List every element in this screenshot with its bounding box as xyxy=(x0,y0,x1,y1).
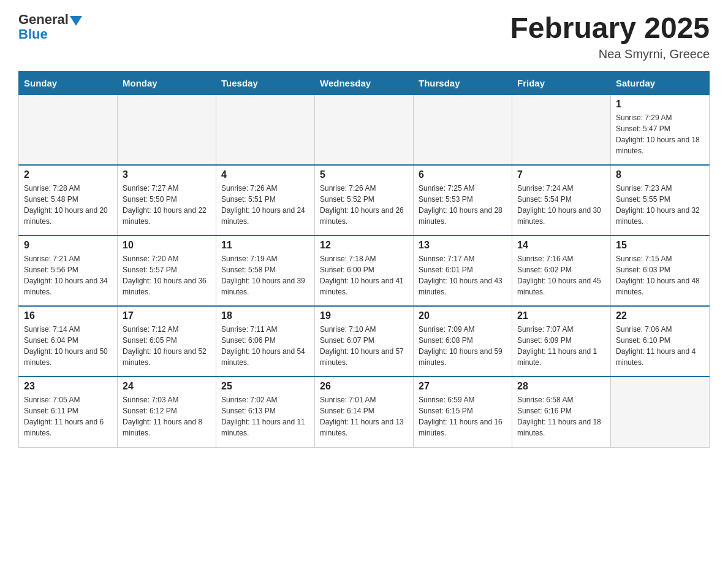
day-number: 6 xyxy=(419,169,507,180)
day-info: Sunrise: 7:25 AMSunset: 5:53 PMDaylight:… xyxy=(419,183,507,227)
day-info: Sunrise: 7:07 AMSunset: 6:09 PMDaylight:… xyxy=(517,324,605,368)
table-row: 15Sunrise: 7:15 AMSunset: 6:03 PMDayligh… xyxy=(611,236,710,306)
calendar-header-row: Sunday Monday Tuesday Wednesday Thursday… xyxy=(19,71,710,94)
table-row: 13Sunrise: 7:17 AMSunset: 6:01 PMDayligh… xyxy=(414,236,512,306)
day-number: 5 xyxy=(320,169,408,180)
logo-text-general: General xyxy=(18,12,69,27)
col-friday: Friday xyxy=(512,71,611,94)
day-number: 16 xyxy=(24,310,112,321)
calendar-week-row: 16Sunrise: 7:14 AMSunset: 6:04 PMDayligh… xyxy=(19,306,710,377)
table-row: 20Sunrise: 7:09 AMSunset: 6:08 PMDayligh… xyxy=(414,306,512,377)
day-number: 18 xyxy=(221,310,309,321)
table-row: 2Sunrise: 7:28 AMSunset: 5:48 PMDaylight… xyxy=(19,165,118,236)
day-info: Sunrise: 7:15 AMSunset: 6:03 PMDaylight:… xyxy=(616,253,704,297)
table-row: 6Sunrise: 7:25 AMSunset: 5:53 PMDaylight… xyxy=(414,165,512,236)
day-info: Sunrise: 7:16 AMSunset: 6:02 PMDaylight:… xyxy=(517,253,605,297)
col-monday: Monday xyxy=(118,71,216,94)
table-row: 5Sunrise: 7:26 AMSunset: 5:52 PMDaylight… xyxy=(315,165,414,236)
table-row: 9Sunrise: 7:21 AMSunset: 5:56 PMDaylight… xyxy=(19,236,118,306)
location-label: Nea Smyrni, Greece xyxy=(510,47,710,61)
day-number: 25 xyxy=(221,381,309,392)
table-row: 4Sunrise: 7:26 AMSunset: 5:51 PMDaylight… xyxy=(216,165,315,236)
day-info: Sunrise: 7:12 AMSunset: 6:05 PMDaylight:… xyxy=(123,324,211,368)
table-row: 3Sunrise: 7:27 AMSunset: 5:50 PMDaylight… xyxy=(118,165,216,236)
day-info: Sunrise: 7:19 AMSunset: 5:58 PMDaylight:… xyxy=(221,253,309,297)
col-thursday: Thursday xyxy=(414,71,512,94)
calendar-week-row: 2Sunrise: 7:28 AMSunset: 5:48 PMDaylight… xyxy=(19,165,710,236)
day-number: 11 xyxy=(221,240,309,251)
table-row: 27Sunrise: 6:59 AMSunset: 6:15 PMDayligh… xyxy=(414,377,512,447)
day-number: 28 xyxy=(517,381,605,392)
day-number: 21 xyxy=(517,310,605,321)
day-info: Sunrise: 6:58 AMSunset: 6:16 PMDaylight:… xyxy=(517,394,605,439)
day-number: 3 xyxy=(123,169,211,180)
day-info: Sunrise: 7:20 AMSunset: 5:57 PMDaylight:… xyxy=(123,253,211,297)
day-info: Sunrise: 7:27 AMSunset: 5:50 PMDaylight:… xyxy=(123,183,211,227)
day-info: Sunrise: 7:05 AMSunset: 6:11 PMDaylight:… xyxy=(24,394,112,439)
logo-triangle-icon xyxy=(70,16,82,26)
table-row xyxy=(414,94,512,165)
table-row xyxy=(512,94,611,165)
table-row: 25Sunrise: 7:02 AMSunset: 6:13 PMDayligh… xyxy=(216,377,315,447)
table-row: 24Sunrise: 7:03 AMSunset: 6:12 PMDayligh… xyxy=(118,377,216,447)
day-info: Sunrise: 7:14 AMSunset: 6:04 PMDaylight:… xyxy=(24,324,112,368)
table-row: 16Sunrise: 7:14 AMSunset: 6:04 PMDayligh… xyxy=(19,306,118,377)
day-info: Sunrise: 7:18 AMSunset: 6:00 PMDaylight:… xyxy=(320,253,408,297)
day-info: Sunrise: 7:01 AMSunset: 6:14 PMDaylight:… xyxy=(320,394,408,439)
col-tuesday: Tuesday xyxy=(216,71,315,94)
day-number: 20 xyxy=(419,310,507,321)
table-row: 18Sunrise: 7:11 AMSunset: 6:06 PMDayligh… xyxy=(216,306,315,377)
calendar-week-row: 9Sunrise: 7:21 AMSunset: 5:56 PMDaylight… xyxy=(19,236,710,306)
day-info: Sunrise: 6:59 AMSunset: 6:15 PMDaylight:… xyxy=(419,394,507,439)
day-info: Sunrise: 7:17 AMSunset: 6:01 PMDaylight:… xyxy=(419,253,507,297)
day-info: Sunrise: 7:26 AMSunset: 5:51 PMDaylight:… xyxy=(221,183,309,227)
table-row xyxy=(315,94,414,165)
day-number: 23 xyxy=(24,381,112,392)
day-number: 26 xyxy=(320,381,408,392)
day-number: 17 xyxy=(123,310,211,321)
day-info: Sunrise: 7:26 AMSunset: 5:52 PMDaylight:… xyxy=(320,183,408,227)
table-row: 17Sunrise: 7:12 AMSunset: 6:05 PMDayligh… xyxy=(118,306,216,377)
table-row xyxy=(216,94,315,165)
day-info: Sunrise: 7:09 AMSunset: 6:08 PMDaylight:… xyxy=(419,324,507,368)
table-row: 7Sunrise: 7:24 AMSunset: 5:54 PMDaylight… xyxy=(512,165,611,236)
table-row xyxy=(611,377,710,447)
col-saturday: Saturday xyxy=(611,71,710,94)
calendar-week-row: 1Sunrise: 7:29 AMSunset: 5:47 PMDaylight… xyxy=(19,94,710,165)
day-number: 13 xyxy=(419,240,507,251)
day-info: Sunrise: 7:24 AMSunset: 5:54 PMDaylight:… xyxy=(517,183,605,227)
day-number: 7 xyxy=(517,169,605,180)
day-info: Sunrise: 7:11 AMSunset: 6:06 PMDaylight:… xyxy=(221,324,309,368)
table-row: 8Sunrise: 7:23 AMSunset: 5:55 PMDaylight… xyxy=(611,165,710,236)
table-row xyxy=(118,94,216,165)
table-row: 26Sunrise: 7:01 AMSunset: 6:14 PMDayligh… xyxy=(315,377,414,447)
month-title: February 2025 xyxy=(510,12,710,45)
day-number: 19 xyxy=(320,310,408,321)
day-number: 4 xyxy=(221,169,309,180)
table-row: 10Sunrise: 7:20 AMSunset: 5:57 PMDayligh… xyxy=(118,236,216,306)
day-info: Sunrise: 7:02 AMSunset: 6:13 PMDaylight:… xyxy=(221,394,309,439)
table-row: 14Sunrise: 7:16 AMSunset: 6:02 PMDayligh… xyxy=(512,236,611,306)
table-row: 21Sunrise: 7:07 AMSunset: 6:09 PMDayligh… xyxy=(512,306,611,377)
day-info: Sunrise: 7:21 AMSunset: 5:56 PMDaylight:… xyxy=(24,253,112,297)
calendar-week-row: 23Sunrise: 7:05 AMSunset: 6:11 PMDayligh… xyxy=(19,377,710,447)
day-number: 12 xyxy=(320,240,408,251)
day-number: 14 xyxy=(517,240,605,251)
day-number: 10 xyxy=(123,240,211,251)
day-info: Sunrise: 7:03 AMSunset: 6:12 PMDaylight:… xyxy=(123,394,211,439)
day-number: 15 xyxy=(616,240,704,251)
col-wednesday: Wednesday xyxy=(315,71,414,94)
day-info: Sunrise: 7:06 AMSunset: 6:10 PMDaylight:… xyxy=(616,324,704,368)
calendar-table: Sunday Monday Tuesday Wednesday Thursday… xyxy=(18,71,710,448)
day-info: Sunrise: 7:29 AMSunset: 5:47 PMDaylight:… xyxy=(616,112,704,156)
day-number: 9 xyxy=(24,240,112,251)
logo-text-blue: Blue xyxy=(18,26,48,42)
col-sunday: Sunday xyxy=(19,71,118,94)
table-row: 22Sunrise: 7:06 AMSunset: 6:10 PMDayligh… xyxy=(611,306,710,377)
day-number: 27 xyxy=(419,381,507,392)
table-row: 1Sunrise: 7:29 AMSunset: 5:47 PMDaylight… xyxy=(611,94,710,165)
title-area: February 2025 Nea Smyrni, Greece xyxy=(510,12,710,61)
table-row: 11Sunrise: 7:19 AMSunset: 5:58 PMDayligh… xyxy=(216,236,315,306)
day-number: 2 xyxy=(24,169,112,180)
day-info: Sunrise: 7:10 AMSunset: 6:07 PMDaylight:… xyxy=(320,324,408,368)
